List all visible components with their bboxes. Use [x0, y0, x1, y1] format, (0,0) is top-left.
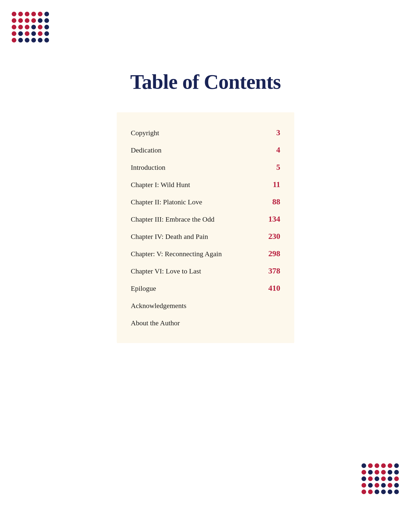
- toc-row: Chapter I: Wild Hunt11: [131, 176, 280, 193]
- toc-row: Introduction5: [131, 159, 280, 176]
- toc-label: Acknowledgements: [131, 302, 186, 310]
- dot-grid-top-left: [12, 12, 49, 43]
- toc-label: Copyright: [131, 129, 159, 137]
- toc-label: Chapter: V: Reconnecting Again: [131, 250, 222, 258]
- decorative-dot: [44, 25, 49, 29]
- decorative-dot: [362, 476, 366, 481]
- toc-row: Chapter IV: Death and Pain230: [131, 228, 280, 245]
- decorative-dot: [381, 490, 386, 494]
- decorative-dot: [381, 476, 386, 481]
- decorative-dot: [25, 38, 29, 42]
- toc-label: Chapter VI: Love to Last: [131, 267, 201, 275]
- decorative-dot: [25, 25, 29, 29]
- toc-row: Epilogue410: [131, 280, 280, 297]
- decorative-dot: [12, 31, 16, 36]
- decorative-dot: [368, 470, 373, 475]
- dot-grid-bottom-right: [362, 463, 399, 495]
- toc-label: Dedication: [131, 146, 162, 154]
- toc-page-number: 88: [266, 197, 280, 206]
- toc-page-number: 134: [266, 215, 280, 224]
- toc-page-number: 378: [266, 266, 280, 275]
- toc-row: Acknowledgements0: [131, 297, 280, 314]
- decorative-dot: [394, 483, 399, 488]
- toc-page-number: 5: [266, 163, 280, 172]
- decorative-dot: [368, 490, 373, 494]
- decorative-dot: [31, 18, 36, 23]
- decorative-dot: [374, 490, 379, 494]
- decorative-dot: [25, 12, 29, 16]
- toc-row: About the Author0: [131, 314, 280, 331]
- decorative-dot: [44, 31, 49, 36]
- decorative-dot: [18, 25, 23, 29]
- decorative-dot: [31, 12, 36, 16]
- decorative-dot: [388, 476, 392, 481]
- decorative-dot: [18, 18, 23, 23]
- toc-row: Chapter III: Embrace the Odd134: [131, 210, 280, 228]
- decorative-dot: [381, 470, 386, 475]
- decorative-dot: [38, 12, 42, 16]
- decorative-dot: [31, 31, 36, 36]
- decorative-dot: [25, 18, 29, 23]
- toc-page-number: 11: [266, 180, 280, 189]
- decorative-dot: [38, 25, 42, 29]
- decorative-dot: [374, 476, 379, 481]
- decorative-dot: [12, 18, 16, 23]
- toc-page-number: 3: [266, 128, 280, 137]
- decorative-dot: [388, 463, 392, 468]
- toc-label: Chapter II: Platonic Love: [131, 198, 202, 206]
- decorative-dot: [374, 470, 379, 475]
- toc-row: Chapter II: Platonic Love88: [131, 193, 280, 210]
- decorative-dot: [388, 483, 392, 488]
- toc-page-number: 4: [266, 145, 280, 154]
- decorative-dot: [18, 38, 23, 42]
- toc-container: Copyright3Dedication4Introduction5Chapte…: [117, 112, 294, 343]
- decorative-dot: [362, 490, 366, 494]
- decorative-dot: [362, 463, 366, 468]
- toc-label: Epilogue: [131, 285, 156, 292]
- decorative-dot: [394, 463, 399, 468]
- toc-row: Chapter: V: Reconnecting Again298: [131, 245, 280, 262]
- decorative-dot: [31, 38, 36, 42]
- page-title: Table of Contents: [130, 70, 281, 94]
- decorative-dot: [394, 470, 399, 475]
- decorative-dot: [31, 25, 36, 29]
- decorative-dot: [12, 38, 16, 42]
- decorative-dot: [362, 470, 366, 475]
- decorative-dot: [44, 38, 49, 42]
- decorative-dot: [44, 12, 49, 16]
- toc-label: Introduction: [131, 163, 165, 171]
- decorative-dot: [381, 483, 386, 488]
- toc-label: Chapter III: Embrace the Odd: [131, 215, 214, 223]
- decorative-dot: [368, 483, 373, 488]
- toc-row: Copyright3: [131, 124, 280, 141]
- toc-label: Chapter IV: Death and Pain: [131, 233, 208, 240]
- decorative-dot: [25, 31, 29, 36]
- decorative-dot: [18, 12, 23, 16]
- toc-label: Chapter I: Wild Hunt: [131, 181, 190, 189]
- toc-row: Dedication4: [131, 141, 280, 159]
- decorative-dot: [38, 38, 42, 42]
- decorative-dot: [394, 490, 399, 494]
- decorative-dot: [381, 463, 386, 468]
- toc-page-number: 298: [266, 249, 280, 258]
- decorative-dot: [12, 25, 16, 29]
- decorative-dot: [394, 476, 399, 481]
- decorative-dot: [362, 483, 366, 488]
- page-content: Table of Contents Copyright3Dedication4I…: [0, 0, 411, 343]
- toc-row: Chapter VI: Love to Last378: [131, 262, 280, 280]
- decorative-dot: [374, 483, 379, 488]
- decorative-dot: [388, 490, 392, 494]
- decorative-dot: [38, 31, 42, 36]
- decorative-dot: [12, 12, 16, 16]
- decorative-dot: [368, 476, 373, 481]
- decorative-dot: [44, 18, 49, 23]
- decorative-dot: [374, 463, 379, 468]
- toc-label: About the Author: [131, 319, 180, 327]
- decorative-dot: [388, 470, 392, 475]
- decorative-dot: [18, 31, 23, 36]
- decorative-dot: [368, 463, 373, 468]
- decorative-dot: [38, 18, 42, 23]
- toc-page-number: 410: [266, 284, 280, 293]
- toc-page-number: 230: [266, 232, 280, 241]
